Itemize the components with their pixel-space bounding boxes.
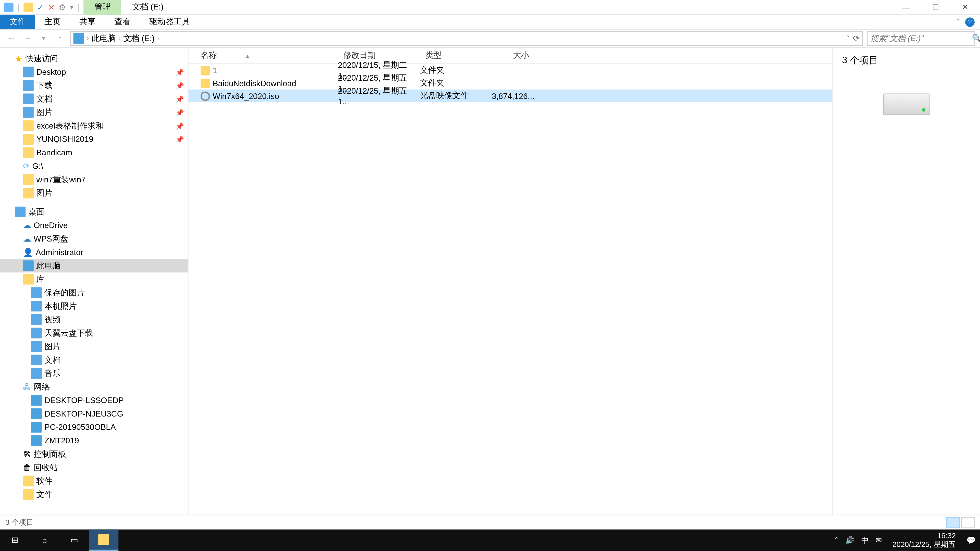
tree-item[interactable]: 文件 [0,488,188,501]
tree-network[interactable]: 🖧网络 [0,380,188,394]
file-row[interactable]: BaiduNetdiskDownload2020/12/25, 星期五 1...… [188,77,832,89]
tree-item[interactable]: 保存的图片 [0,286,188,300]
tab-home[interactable]: 主页 [35,15,70,29]
col-size[interactable]: 大小 [487,50,535,61]
refresh-icon[interactable]: ⟳ [853,34,859,43]
tree-quick-access[interactable]: ★快速访问 [0,52,188,65]
tree-this-pc[interactable]: 此电脑 [0,259,188,272]
tab-view[interactable]: 查看 [105,15,140,29]
tree-item[interactable]: 视频 [0,313,188,326]
clock-time: 16:32 [892,531,956,540]
col-date[interactable]: 修改日期 [338,50,420,61]
tree-item[interactable]: PC-20190530OBLA [0,421,188,434]
address-dropdown-icon[interactable]: ˅ [847,35,850,41]
tree-desktop[interactable]: Desktop📌 [0,65,188,79]
breadcrumb[interactable]: 此电脑 [92,33,116,44]
tab-share[interactable]: 共享 [70,15,105,29]
file-row[interactable]: 12020/12/15, 星期二 1...文件夹 [188,64,832,77]
chevron-right-icon[interactable]: › [118,35,121,41]
tree-item[interactable]: YUNQISHI2019📌 [0,133,188,146]
action-center-icon[interactable]: 💬 [966,536,976,545]
address-bar[interactable]: › 此电脑 › 文档 (E:) › ˅ ⟳ [70,31,863,46]
maximize-button[interactable]: ☐ [921,3,950,11]
search-button[interactable]: ⌕ [30,530,59,551]
file-list: 名称 ▴ 修改日期 类型 大小 12020/12/15, 星期二 1...文件夹… [188,48,832,514]
music-icon [31,368,41,379]
view-thumbnails-button[interactable] [961,517,975,528]
gear-icon[interactable]: ⚙ [59,2,66,12]
notification-icon[interactable]: ✉ [876,536,882,545]
col-type[interactable]: 类型 [420,50,487,61]
tree-item[interactable]: win7重装win7 [0,173,188,186]
item-count: 3 个项目 [842,55,970,67]
forward-button[interactable]: → [21,34,33,43]
help-icon[interactable]: ? [965,17,975,27]
tree-wps[interactable]: ☁WPS网盘 [0,232,188,246]
file-size: 3,874,126... [487,91,535,100]
tree-pictures[interactable]: 图片📌 [0,106,188,119]
col-name[interactable]: 名称 ▴ [188,50,338,61]
tree-item[interactable]: 音乐 [0,367,188,380]
tree-onedrive[interactable]: ☁OneDrive [0,219,188,232]
tree-documents[interactable]: 文档📌 [0,92,188,106]
ime-indicator[interactable]: 中 [861,535,869,545]
task-view-button[interactable]: ▭ [59,530,89,551]
folder-icon[interactable] [24,2,33,12]
search-icon[interactable]: 🔍 [972,34,980,43]
tree-item[interactable]: 本机照片 [0,300,188,313]
breadcrumb[interactable]: 文档 (E:) [123,33,155,44]
tree-item[interactable]: ⟳G:\ [0,159,188,173]
tray-chevron-icon[interactable]: ˄ [835,536,838,545]
tree-recycle[interactable]: 🗑回收站 [0,461,188,475]
tree-control-panel[interactable]: 🛠控制面板 [0,448,188,461]
volume-icon[interactable]: 🔊 [845,536,855,545]
search-box[interactable]: 🔍 [867,31,975,46]
column-headers: 名称 ▴ 修改日期 类型 大小 [188,48,832,64]
tab-drive-tools[interactable]: 驱动器工具 [140,15,199,29]
minimize-button[interactable]: — [891,3,921,11]
tree-item[interactable]: ZMT2019 [0,434,188,448]
qat-dropdown-icon[interactable]: ▾ [70,4,73,11]
start-button[interactable]: ⊞ [0,530,30,551]
windows-icon: ⊞ [11,535,18,545]
tree-desktop-root[interactable]: 桌面 [0,205,188,219]
quick-access-toolbar: | ✓ ✕ ⚙ ▾ | [0,2,84,12]
tree-library[interactable]: 库 [0,272,188,286]
taskbar-explorer[interactable] [89,530,118,551]
user-icon: 👤 [23,248,33,257]
tree-item[interactable]: 文档 [0,353,188,367]
search-input[interactable] [870,34,972,43]
tree-item[interactable]: DESKTOP-NJEU3CG [0,407,188,421]
ribbon-expand-icon[interactable]: ˅ [956,18,960,25]
tab-file[interactable]: 文件 [0,15,35,29]
chevron-right-icon[interactable]: › [87,35,89,41]
back-button[interactable]: ← [5,34,18,43]
status-bar: 3 个项目 [0,515,980,530]
recent-dropdown-icon[interactable]: ▾ [38,35,50,41]
pin-icon: 📌 [176,68,184,76]
pc-icon [73,33,84,44]
qat-divider: | [78,2,80,12]
view-details-button[interactable] [946,517,960,528]
pin-icon: 📌 [176,95,184,103]
close-button[interactable]: ✕ [950,3,980,11]
tree-item[interactable]: 天翼云盘下载 [0,326,188,340]
tree-item[interactable]: 软件 [0,474,188,488]
file-row[interactable]: Win7x64_2020.iso2020/12/25, 星期五 1...光盘映像… [188,89,832,102]
chevron-right-icon[interactable]: › [157,35,159,41]
tree-item[interactable]: DESKTOP-LSSOEDP [0,394,188,407]
video-icon [31,314,41,325]
up-button[interactable]: ↑ [54,34,66,43]
tree-downloads[interactable]: 下载📌 [0,79,188,92]
navigation-tree[interactable]: ★快速访问 Desktop📌 下载📌 文档📌 图片📌 excel表格制作求和📌 … [0,48,188,514]
tree-item[interactable]: excel表格制作求和📌 [0,119,188,133]
tree-item[interactable]: 图片 [0,340,188,353]
check-icon[interactable]: ✓ [37,2,44,12]
desktop-icon [23,67,34,77]
tree-item[interactable]: Bandicam [0,146,188,159]
tree-admin[interactable]: 👤Administrator [0,246,188,259]
tree-item[interactable]: 图片 [0,186,188,200]
close-small-icon[interactable]: ✕ [48,2,55,12]
clock[interactable]: 16:32 2020/12/25, 星期五 [888,531,960,549]
file-name: Win7x64_2020.iso [213,91,279,100]
